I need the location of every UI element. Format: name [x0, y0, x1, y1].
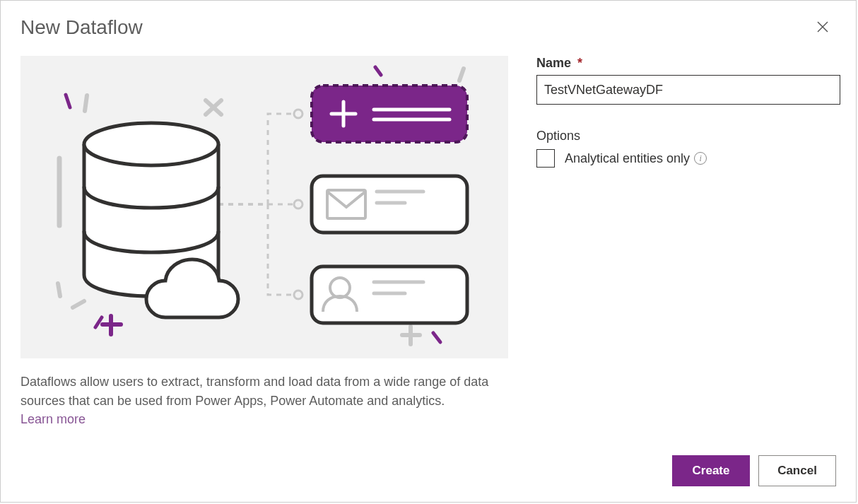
dialog-header: New Dataflow: [1, 1, 856, 47]
svg-line-8: [95, 317, 102, 327]
name-label-text: Name: [536, 56, 571, 70]
create-button[interactable]: Create: [672, 455, 750, 486]
new-entity-card: [312, 86, 467, 142]
info-icon[interactable]: i: [694, 152, 707, 165]
close-button[interactable]: [809, 16, 836, 37]
dataflow-illustration: [20, 56, 508, 358]
name-label: Name *: [536, 56, 840, 71]
close-icon: [816, 20, 829, 33]
learn-more-link[interactable]: Learn more: [20, 412, 86, 427]
analytical-checkbox[interactable]: [536, 149, 555, 168]
options-label: Options: [536, 129, 840, 143]
dialog-content: Dataflows allow users to extract, transf…: [1, 47, 856, 427]
svg-point-17: [294, 200, 302, 209]
dialog-title: New Dataflow: [20, 16, 143, 39]
required-asterisk: *: [577, 56, 582, 70]
dialog-description: Dataflows allow users to extract, transf…: [20, 373, 508, 411]
svg-point-18: [294, 291, 302, 299]
cancel-button[interactable]: Cancel: [758, 455, 836, 486]
svg-point-19: [84, 123, 218, 165]
name-input[interactable]: [536, 75, 840, 105]
right-panel: Name * Options Analytical entities only …: [536, 56, 840, 427]
svg-line-2: [66, 95, 70, 107]
svg-line-4: [375, 67, 381, 75]
envelope-card: [312, 176, 467, 233]
svg-point-16: [294, 110, 302, 118]
analytical-label-text: Analytical entities only: [565, 151, 690, 166]
svg-line-9: [433, 333, 440, 342]
svg-line-6: [58, 283, 60, 296]
left-panel: Dataflows allow users to extract, transf…: [20, 56, 508, 427]
person-card: [312, 266, 467, 323]
new-dataflow-dialog: New Dataflow: [0, 0, 857, 503]
svg-line-3: [85, 95, 87, 111]
analytical-label: Analytical entities only i: [565, 151, 707, 166]
analytical-option-row: Analytical entities only i: [536, 149, 840, 168]
svg-line-5: [459, 69, 464, 81]
svg-line-7: [73, 301, 84, 307]
illustration-svg: [20, 56, 508, 358]
dialog-footer: Create Cancel: [672, 455, 836, 486]
